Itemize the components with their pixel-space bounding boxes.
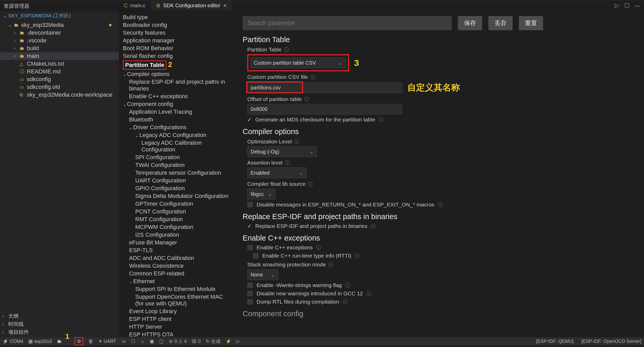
nav-item[interactable]: RMT Configuration (123, 215, 230, 223)
check-icon[interactable] (247, 117, 252, 123)
tree-row[interactable]: ⧉sky_esp32Media.code-workspace (0, 91, 119, 99)
nav-item[interactable]: UART Configuration (123, 177, 230, 184)
nav-item[interactable]: I2S Configuration (123, 231, 230, 239)
nav-item[interactable]: ESP HTTP client (123, 315, 230, 323)
status-build[interactable]: ↻ 生成 (206, 338, 220, 344)
nav-item[interactable]: Bluetooth (123, 116, 230, 124)
check-icon[interactable] (247, 223, 252, 229)
panel-时间线[interactable]: ›时间线 (3, 320, 116, 328)
status-uart[interactable]: ✦ UART (98, 338, 116, 344)
status-chip[interactable]: ▦ esp32s3 (28, 338, 52, 344)
nav-item[interactable]: Support OpenCores Ethernet MAC (for use … (123, 293, 230, 307)
monitor-icon[interactable]: ☐ (131, 338, 135, 344)
nav-item[interactable]: Common ESP-related (123, 270, 230, 277)
checkbox[interactable] (247, 291, 253, 296)
info-icon[interactable]: i (285, 160, 290, 165)
nav-item[interactable]: Support SPI to Ethernet Module (123, 285, 230, 293)
workspace-header[interactable]: ⌄ SKY_ESP32MEDIA (工作区) (0, 11, 119, 21)
nav-item[interactable]: ESP HTTPS OTA (123, 331, 230, 337)
status-folder-icon[interactable]: 🖿 (57, 339, 62, 344)
nav-item[interactable]: Bootloader config (123, 21, 230, 29)
info-icon[interactable]: i (295, 139, 299, 144)
panel-大纲[interactable]: ›大纲 (3, 312, 116, 320)
info-icon[interactable]: i (316, 245, 321, 250)
nav-item[interactable]: ⌄Legacy ADC Configuration (123, 131, 230, 139)
nav-item[interactable]: Boot ROM Behavior (123, 44, 230, 52)
info-icon[interactable]: i (304, 97, 309, 102)
nav-item[interactable]: Replace ESP-IDF and project paths in bin… (123, 78, 230, 92)
nav-item[interactable]: Partition Table 2 (123, 60, 230, 70)
info-icon[interactable]: i (371, 224, 376, 228)
status-com[interactable]: ⚡ COM4 (3, 338, 23, 344)
nav-item[interactable]: GPTimer Configuration (123, 200, 230, 208)
info-icon[interactable]: i (438, 202, 443, 207)
board-icon[interactable]: ▣ (150, 338, 154, 344)
nav-item[interactable]: Build type (123, 13, 230, 21)
info-icon[interactable]: i (308, 182, 313, 186)
tree-row[interactable]: ›🖿main (0, 52, 119, 60)
assert-select[interactable]: Enabled⌄ (247, 167, 307, 178)
nav-item[interactable]: HTTP Server (123, 323, 230, 331)
plug-icon[interactable]: ⫘ (121, 339, 126, 344)
tree-row[interactable]: ⓘREADME.md (0, 68, 119, 75)
info-icon[interactable]: i (345, 283, 350, 288)
tree-row[interactable]: ›🖿.vscode (0, 37, 119, 44)
flash-icon[interactable]: ⚡ (226, 338, 231, 344)
tree-row[interactable]: ⌄🖿sky_esp32Media (0, 21, 119, 29)
panel-项目组件[interactable]: ›项目组件 (3, 328, 116, 336)
close-icon[interactable]: ✕ (223, 3, 227, 9)
checkbox[interactable] (247, 299, 253, 305)
discard-button[interactable]: 丢弃 (488, 16, 513, 30)
partition-table-select[interactable]: Custom partition table CSV⌄ (250, 57, 346, 68)
checkbox[interactable] (253, 253, 259, 259)
info-icon[interactable]: i (284, 47, 289, 52)
info-icon[interactable]: i (311, 75, 315, 79)
save-button[interactable]: 保存 (458, 16, 482, 30)
nav-item[interactable]: ⌄Component config (123, 100, 230, 108)
nav-item[interactable]: Application manager (123, 37, 230, 44)
status-openocd[interactable]: [ESP-IDF: OpenOCD Server] (581, 339, 641, 344)
search-input[interactable] (243, 16, 452, 30)
nav-item[interactable]: eFuse Bit Manager (123, 239, 230, 246)
gear-icon[interactable]: ⚙ (77, 338, 81, 344)
checkbox[interactable] (247, 245, 253, 250)
nav-item[interactable]: ⌄Driver Configurations (123, 124, 230, 131)
status-qemu[interactable]: [ESP-IDF: QEMU] (536, 339, 574, 344)
box-icon[interactable]: ▢ (159, 338, 164, 344)
nav-item[interactable]: Security features (123, 29, 230, 37)
nav-item[interactable]: Temperature sensor Configuration (123, 169, 230, 177)
nav-item[interactable]: ADC and ADC Calibration (123, 254, 230, 262)
nav-item[interactable]: Application Level Tracing (123, 108, 230, 116)
tree-row[interactable]: ▭sdkconfig (0, 75, 119, 83)
nav-item[interactable]: MCPWM Configuration (123, 223, 230, 231)
nav-item[interactable]: GPIO Configuration (123, 184, 230, 192)
info-icon[interactable]: i (355, 253, 360, 258)
opt-level-select[interactable]: Debug (-Og)⌄ (247, 146, 317, 157)
reset-button[interactable]: 重置 (519, 16, 543, 30)
nav-item[interactable]: ESP-TLS (123, 246, 230, 254)
top-action-icon[interactable]: ··· (635, 2, 639, 9)
nav-item[interactable]: Serial flasher config (123, 52, 230, 60)
trash-icon[interactable]: 🗑 (89, 339, 93, 344)
nav-item[interactable]: Sigma Delta Modulator Configuration (123, 192, 230, 200)
tree-row[interactable]: △CMakeLists.txt (0, 60, 119, 68)
nav-item[interactable]: Legacy ADC Calibration Configuration (123, 139, 230, 153)
info-icon[interactable]: i (329, 262, 333, 267)
info-icon[interactable]: i (379, 117, 384, 122)
checkbox[interactable] (247, 282, 253, 288)
flame-icon[interactable]: ♨ (140, 338, 145, 344)
nav-item[interactable]: Event Loop Library (123, 307, 230, 315)
tree-row[interactable]: ›🖿build (0, 44, 119, 52)
tab-sdk-configuration-editor[interactable]: ⚙SDK Configuration editor✕ (151, 1, 232, 11)
status-errors[interactable]: ⊘ 0 ⚠ 4 (169, 338, 187, 344)
status-wwarn[interactable]: Ⓦ 0 (192, 338, 201, 344)
nav-item[interactable]: Enable C++ exceptions (123, 92, 230, 100)
top-action-icon[interactable]: ☐ (624, 2, 630, 9)
nav-item[interactable]: TWAI Configuration (123, 161, 230, 169)
nav-item[interactable]: Wireless Coexistence (123, 262, 230, 270)
nav-item[interactable]: PCNT Configuration (123, 208, 230, 215)
nav-item[interactable]: ⌄Ethernet (123, 277, 230, 285)
top-action-icon[interactable]: ▷ (615, 2, 619, 9)
offset-input[interactable]: 0x8000 (247, 104, 402, 114)
info-icon[interactable]: i (343, 299, 347, 304)
